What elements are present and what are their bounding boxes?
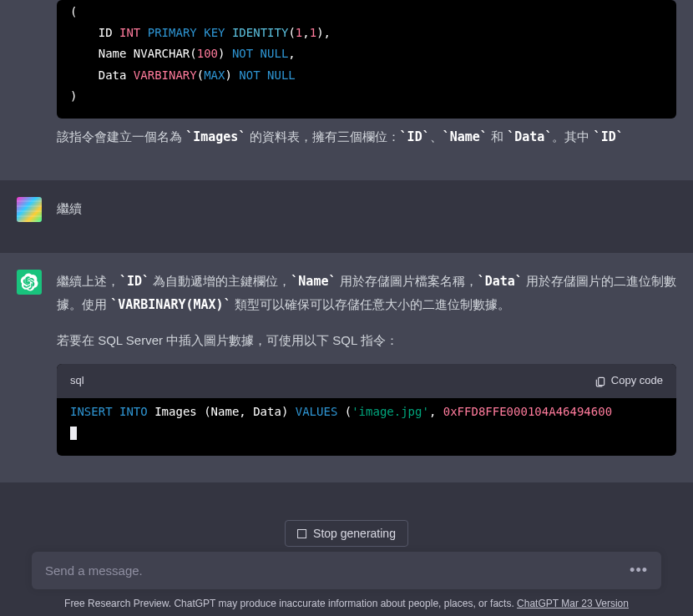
copy-code-button[interactable]: Copy code: [594, 371, 663, 391]
inline-code: `Data`: [478, 274, 523, 289]
inline-code: `Data`: [507, 129, 552, 144]
inline-code: `ID`: [400, 129, 430, 144]
input-area: Stop generating ••• Free Research Previe…: [0, 543, 693, 616]
assistant-paragraph: 繼續上述，`ID` 為自動遞增的主鍵欄位，`Name` 用於存儲圖片檔案名稱，`…: [57, 270, 676, 317]
assistant-paragraph: 若要在 SQL Server 中插入圖片數據，可使用以下 SQL 指令：: [57, 329, 676, 353]
code-block: ( ID INT PRIMARY KEY IDENTITY(1,1), Name…: [57, 0, 676, 119]
message-content: 繼續: [57, 197, 676, 233]
assistant-paragraph: 該指令會建立一個名為 `Images` 的資料表，擁有三個欄位：`ID`、`Na…: [57, 125, 676, 149]
stop-label: Stop generating: [313, 527, 396, 540]
message-content: ( ID INT PRIMARY KEY IDENTITY(1,1), Name…: [57, 0, 676, 160]
clipboard-icon: [594, 376, 606, 387]
code-content: INSERT INTO Images (Name, Data) VALUES (…: [57, 398, 676, 455]
assistant-message: ( ID INT PRIMARY KEY IDENTITY(1,1), Name…: [0, 0, 693, 180]
inline-code: `ID`: [594, 129, 624, 144]
assistant-avatar: [17, 270, 42, 295]
openai-icon: [20, 273, 38, 291]
message-input[interactable]: [45, 563, 621, 578]
code-language-label: sql: [70, 371, 84, 391]
code-header: sql Copy code: [57, 364, 676, 398]
version-link[interactable]: ChatGPT Mar 23 Version: [517, 598, 629, 609]
copy-label: Copy code: [611, 371, 663, 391]
code-content: ( ID INT PRIMARY KEY IDENTITY(1,1), Name…: [57, 0, 676, 119]
footer-disclaimer: Free Research Preview. ChatGPT may produ…: [32, 598, 661, 609]
assistant-message: 繼續上述，`ID` 為自動遞增的主鍵欄位，`Name` 用於存儲圖片檔案名稱，`…: [0, 253, 693, 482]
avatar-spacer: [17, 0, 42, 160]
message-content: 繼續上述，`ID` 為自動遞增的主鍵欄位，`Name` 用於存儲圖片檔案名稱，`…: [57, 270, 676, 462]
message-input-container[interactable]: •••: [32, 552, 661, 589]
user-text: 繼續: [57, 197, 676, 221]
inline-code: `Images`: [185, 129, 245, 144]
stop-generating-button[interactable]: Stop generating: [285, 520, 408, 547]
inline-code: `VARBINARY(MAX)`: [110, 297, 231, 312]
inline-code: `Name`: [443, 129, 488, 144]
user-avatar: [17, 197, 42, 222]
stop-icon: [297, 529, 306, 538]
code-block: sql Copy code INSERT INTO Images (Name, …: [57, 364, 676, 455]
svg-rect-0: [599, 377, 604, 385]
inline-code: `ID`: [119, 274, 149, 289]
more-options-icon[interactable]: •••: [630, 562, 648, 579]
inline-code: `Name`: [291, 274, 336, 289]
user-message: 繼續: [0, 180, 693, 253]
